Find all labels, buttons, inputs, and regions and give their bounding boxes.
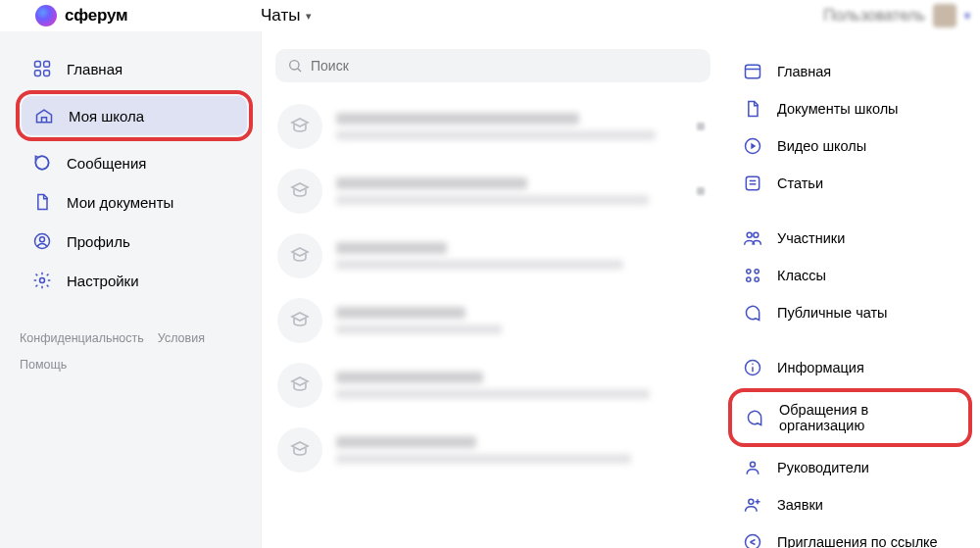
submenu-label: Публичные чаты	[777, 305, 888, 321]
svg-point-21	[755, 277, 759, 281]
chevron-down-icon: ▾	[964, 9, 970, 23]
sidebar-item-messages[interactable]: Сообщения	[20, 143, 249, 182]
footer-link-help[interactable]: Помощь	[20, 354, 67, 376]
sidebar-item-label: Настройки	[67, 273, 139, 289]
user-menu[interactable]: Пользователь ▾	[823, 4, 970, 27]
article-icon	[742, 173, 763, 194]
sidebar-item-label: Мои документы	[67, 194, 173, 211]
sidebar-item-settings[interactable]: Настройки	[20, 261, 249, 300]
submenu-label: Участники	[777, 230, 845, 246]
sidebar-footer: Конфиденциальность Условия Помощь	[20, 327, 249, 375]
svg-point-18	[747, 270, 751, 274]
highlight-box: Обращения в организацию	[728, 388, 972, 447]
svg-point-4	[35, 156, 48, 169]
sidebar-item-home[interactable]: Главная	[20, 49, 249, 88]
sidebar-item-label: Профиль	[67, 233, 130, 250]
gear-icon	[31, 270, 53, 291]
sidebar-item-label: Сообщения	[67, 155, 146, 172]
submenu-public-chats[interactable]: Публичные чаты	[732, 294, 968, 331]
section-dropdown[interactable]: Чаты ▾	[261, 6, 312, 25]
chat-list-item[interactable]	[275, 159, 710, 224]
submenu-info[interactable]: Информация	[732, 349, 968, 386]
svg-point-17	[754, 232, 759, 237]
chat-list-item[interactable]	[275, 288, 710, 353]
submenu-leaders[interactable]: Руководители	[732, 449, 968, 486]
chat-panel	[261, 31, 724, 548]
sidebar-item-documents[interactable]: Мои документы	[20, 182, 249, 222]
svg-point-8	[290, 61, 299, 70]
chat-meta	[697, 123, 705, 130]
chat-avatar	[277, 233, 322, 278]
submenu-label: Классы	[777, 268, 826, 283]
svg-rect-13	[746, 176, 759, 189]
share-icon	[742, 531, 763, 548]
profile-icon	[31, 230, 53, 252]
search-box[interactable]	[275, 49, 710, 82]
sidebar: Главная Моя школа Сообщения	[0, 31, 261, 548]
users-icon	[742, 227, 763, 249]
section-title: Чаты	[261, 6, 300, 25]
submenu-applications[interactable]: Заявки	[732, 486, 968, 523]
brand: сферум	[35, 5, 261, 26]
submenu-label: Видео школы	[777, 138, 866, 154]
submenu-label: Документы школы	[777, 101, 899, 117]
sidebar-item-label: Моя школа	[69, 108, 144, 125]
svg-line-9	[298, 69, 301, 72]
grid-icon	[31, 58, 53, 79]
highlight-box: Моя школа	[16, 90, 253, 141]
submenu-label: Заявки	[777, 497, 823, 513]
svg-point-26	[749, 499, 754, 504]
svg-rect-1	[44, 62, 50, 68]
svg-rect-0	[35, 62, 41, 68]
app-header: сферум Чаты ▾ Пользователь ▾	[0, 0, 980, 31]
chevron-down-icon: ▾	[306, 10, 312, 23]
svg-point-6	[40, 237, 45, 242]
submenu-members[interactable]: Участники	[732, 220, 968, 257]
user-name-blur: Пользователь	[823, 7, 925, 25]
footer-link-privacy[interactable]: Конфиденциальность	[20, 327, 144, 350]
submenu-school-video[interactable]: Видео школы	[732, 127, 968, 165]
submenu-label: Приглашения по ссылке	[777, 534, 938, 548]
info-icon	[742, 357, 763, 378]
sidebar-item-label: Главная	[67, 61, 122, 77]
search-icon	[287, 58, 303, 74]
svg-point-19	[755, 270, 759, 274]
footer-link-terms[interactable]: Условия	[158, 327, 205, 350]
sidebar-item-my-school[interactable]: Моя школа	[22, 96, 247, 135]
chat-avatar	[277, 363, 322, 408]
school-submenu: Главная Документы школы Видео школы Стат…	[724, 31, 980, 548]
svg-point-24	[752, 363, 754, 365]
chat-icon	[742, 302, 763, 324]
class-icon	[742, 265, 763, 286]
school-icon	[33, 105, 55, 126]
chat-avatar	[277, 104, 322, 149]
chat-outline-icon	[744, 407, 765, 428]
chat-list-item[interactable]	[275, 353, 710, 418]
leader-icon	[742, 457, 763, 478]
submenu-classes[interactable]: Классы	[732, 257, 968, 294]
svg-rect-10	[746, 65, 760, 77]
submenu-articles[interactable]: Статьи	[732, 165, 968, 202]
submenu-home[interactable]: Главная	[732, 53, 968, 90]
submenu-school-docs[interactable]: Документы школы	[732, 90, 968, 127]
play-circle-icon	[742, 135, 763, 157]
submenu-label: Главная	[777, 64, 831, 79]
chat-list	[275, 94, 710, 482]
chat-avatar	[277, 169, 322, 214]
svg-point-20	[747, 277, 751, 281]
chat-list-item[interactable]	[275, 418, 710, 482]
submenu-invite-links[interactable]: Приглашения по ссылке	[732, 523, 968, 548]
window-icon	[742, 61, 763, 82]
chat-list-item[interactable]	[275, 224, 710, 288]
sidebar-item-profile[interactable]: Профиль	[20, 222, 249, 261]
document-icon	[31, 191, 53, 213]
avatar	[933, 4, 956, 27]
svg-point-16	[747, 232, 752, 237]
chat-avatar	[277, 427, 322, 473]
user-plus-icon	[742, 494, 763, 516]
search-input[interactable]	[311, 58, 699, 74]
submenu-org-requests[interactable]: Обращения в организацию	[734, 394, 966, 441]
chat-list-item[interactable]	[275, 94, 710, 159]
document-icon	[742, 98, 763, 120]
svg-rect-3	[44, 71, 50, 76]
